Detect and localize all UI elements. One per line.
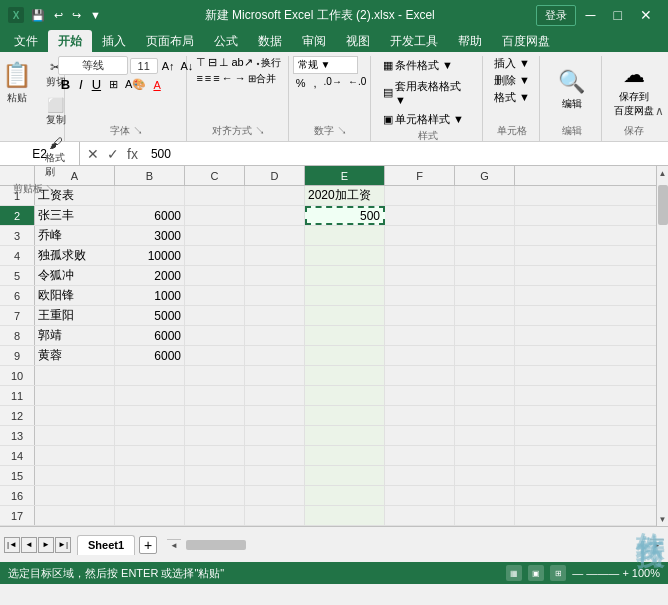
cell-r6-c3[interactable] [245, 286, 305, 305]
cell-r10-c2[interactable] [185, 366, 245, 385]
tab-developer[interactable]: 开发工具 [380, 30, 448, 52]
cell-r12-c1[interactable] [115, 406, 185, 425]
scroll-left-btn[interactable]: ◄ [167, 539, 181, 551]
row-header-6[interactable]: 6 [0, 286, 35, 305]
cell-r9-c4[interactable] [305, 346, 385, 365]
col-header-D[interactable]: D [245, 166, 305, 185]
sheet-tab-sheet1[interactable]: Sheet1 [77, 535, 135, 555]
insert-btn[interactable]: 插入 ▼ [494, 56, 530, 71]
tab-review[interactable]: 审阅 [292, 30, 336, 52]
merge-btn[interactable]: ⊞合并 [248, 72, 276, 86]
row-header-2[interactable]: 2 [0, 206, 35, 225]
row-header-14[interactable]: 14 [0, 446, 35, 465]
maximize-button[interactable]: □ [606, 5, 630, 25]
cell-r16-c5[interactable] [385, 486, 455, 505]
fill-color-button[interactable]: A🎨 [123, 78, 148, 91]
row-header-9[interactable]: 9 [0, 346, 35, 365]
left-align-btn[interactable]: ≡ [196, 72, 202, 86]
sheet-next-btn[interactable]: ► [38, 537, 54, 553]
horizontal-scrollbar[interactable]: ◄ ► [167, 539, 664, 551]
add-sheet-btn[interactable]: + [139, 536, 157, 554]
row-header-3[interactable]: 3 [0, 226, 35, 245]
cell-r15-c2[interactable] [185, 466, 245, 485]
cell-r11-c4[interactable] [305, 386, 385, 405]
cell-r11-c0[interactable] [35, 386, 115, 405]
cell-r14-c3[interactable] [245, 446, 305, 465]
tab-page-layout[interactable]: 页面布局 [136, 30, 204, 52]
cell-r5-c6[interactable] [455, 266, 515, 285]
cell-r15-c5[interactable] [385, 466, 455, 485]
cell-r9-c5[interactable] [385, 346, 455, 365]
cell-r6-c6[interactable] [455, 286, 515, 305]
tab-insert[interactable]: 插入 [92, 30, 136, 52]
vertical-scrollbar[interactable]: ▲ ▼ [656, 166, 668, 526]
row-header-10[interactable]: 10 [0, 366, 35, 385]
cell-r12-c5[interactable] [385, 406, 455, 425]
cell-r17-c5[interactable] [385, 506, 455, 525]
row-header-11[interactable]: 11 [0, 386, 35, 405]
cell-r14-c4[interactable] [305, 446, 385, 465]
underline-button[interactable]: U [89, 77, 104, 92]
cell-r13-c6[interactable] [455, 426, 515, 445]
cell-r14-c2[interactable] [185, 446, 245, 465]
cancel-formula-btn[interactable]: ✕ [84, 146, 102, 162]
cell-r10-c3[interactable] [245, 366, 305, 385]
cell-r7-c3[interactable] [245, 306, 305, 325]
cell-r4-c6[interactable] [455, 246, 515, 265]
font-color-button[interactable]: A [151, 79, 162, 91]
login-button[interactable]: 登录 [536, 5, 576, 26]
cell-r1-c6[interactable] [455, 186, 515, 205]
cell-r12-c2[interactable] [185, 406, 245, 425]
conditional-format-btn[interactable]: ▦ 条件格式 ▼ [379, 56, 457, 75]
cell-r3-c5[interactable] [385, 226, 455, 245]
middle-align-btn[interactable]: ⊟ [208, 56, 217, 70]
cell-r7-c1[interactable]: 5000 [115, 306, 185, 325]
cell-r6-c0[interactable]: 欧阳锋 [35, 286, 115, 305]
cell-style-btn[interactable]: ▣ 单元格样式 ▼ [379, 110, 468, 129]
scroll-thumb[interactable] [658, 185, 668, 225]
cell-r6-c4[interactable] [305, 286, 385, 305]
cell-r11-c6[interactable] [455, 386, 515, 405]
save-qat-btn[interactable]: 💾 [28, 7, 48, 24]
sheet-prev-btn[interactable]: ◄ [21, 537, 37, 553]
row-header-17[interactable]: 17 [0, 506, 35, 525]
cell-r13-c2[interactable] [185, 426, 245, 445]
cell-r4-c2[interactable] [185, 246, 245, 265]
close-button[interactable]: ✕ [632, 5, 660, 25]
tab-formulas[interactable]: 公式 [204, 30, 248, 52]
cell-r12-c4[interactable] [305, 406, 385, 425]
paste-button[interactable]: 📋 粘贴 [0, 56, 37, 110]
delete-btn[interactable]: 删除 ▼ [494, 73, 530, 88]
cell-r11-c1[interactable] [115, 386, 185, 405]
percent-btn[interactable]: % [293, 76, 309, 90]
table-format-btn[interactable]: ▤ 套用表格格式 ▼ [379, 77, 476, 108]
cell-r9-c2[interactable] [185, 346, 245, 365]
cell-r11-c2[interactable] [185, 386, 245, 405]
cell-r15-c0[interactable] [35, 466, 115, 485]
cell-r10-c4[interactable] [305, 366, 385, 385]
cell-r13-c3[interactable] [245, 426, 305, 445]
cell-r14-c6[interactable] [455, 446, 515, 465]
cell-r15-c1[interactable] [115, 466, 185, 485]
col-header-B[interactable]: B [115, 166, 185, 185]
row-header-8[interactable]: 8 [0, 326, 35, 345]
cell-r8-c6[interactable] [455, 326, 515, 345]
cell-r17-c4[interactable] [305, 506, 385, 525]
tab-help[interactable]: 帮助 [448, 30, 492, 52]
cell-r7-c2[interactable] [185, 306, 245, 325]
cell-r8-c4[interactable] [305, 326, 385, 345]
border-button[interactable]: ⊞ [107, 78, 120, 91]
top-align-btn[interactable]: ⊤ [196, 56, 206, 70]
cell-r15-c6[interactable] [455, 466, 515, 485]
cell-r2-c0[interactable]: 张三丰 [35, 206, 115, 225]
cell-r3-c0[interactable]: 乔峰 [35, 226, 115, 245]
page-break-view-btn[interactable]: ⊞ [550, 565, 566, 581]
cell-r14-c0[interactable] [35, 446, 115, 465]
italic-button[interactable]: I [76, 77, 86, 92]
cell-r12-c3[interactable] [245, 406, 305, 425]
cell-r16-c4[interactable] [305, 486, 385, 505]
redo-qat-btn[interactable]: ↪ [69, 7, 84, 24]
cell-r16-c6[interactable] [455, 486, 515, 505]
cell-r17-c6[interactable] [455, 506, 515, 525]
cell-r9-c3[interactable] [245, 346, 305, 365]
